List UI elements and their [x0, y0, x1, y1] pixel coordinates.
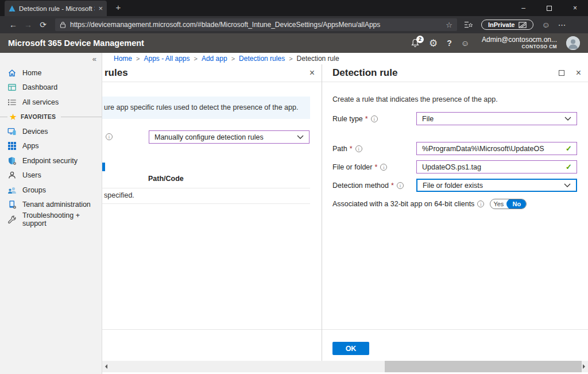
blade-description: Create a rule that indicates the presenc…: [332, 95, 498, 103]
account-info[interactable]: Admin@contosocm.on... CONTOSO CM: [482, 36, 557, 50]
content: « Home Dashboard: [0, 53, 588, 374]
file-or-folder-row: File or folder * i UpdateOS.ps1.tag ✓: [332, 160, 578, 173]
breadcrumb-separator: >: [289, 55, 292, 62]
close-icon[interactable]: ×: [310, 68, 315, 78]
info-banner-text: ure app specific rules used to detect th…: [104, 103, 298, 111]
settings-gear-icon[interactable]: ⚙: [429, 37, 438, 49]
window-close-button[interactable]: ×: [562, 0, 588, 16]
portal-title: Microsoft 365 Device Management: [8, 38, 144, 48]
maximize-icon[interactable]: [559, 70, 564, 76]
tab-close-icon[interactable]: ×: [98, 5, 103, 12]
favorite-star-icon[interactable]: ☆: [446, 21, 452, 29]
sidebar-favorites-divider: ★ FAVORITES: [0, 110, 102, 125]
info-icon: i: [397, 182, 404, 189]
add-button-fragment[interactable]: [102, 163, 105, 171]
footer-divider: [102, 329, 322, 330]
close-icon[interactable]: ×: [576, 68, 581, 78]
maximize-icon: [547, 6, 552, 11]
breadcrumb-link[interactable]: Apps - All apps: [144, 55, 189, 63]
toggle-yes-option[interactable]: Yes: [490, 201, 506, 207]
toggle-no-option[interactable]: No: [506, 199, 527, 209]
portal-header-actions: 2 ⚙ ? ☺ Admin@contosocm.on... CONTOSO CM: [411, 36, 580, 50]
devices-icon: [7, 127, 17, 136]
info-icon: i: [380, 164, 387, 171]
sidebar-item-endpoint-security[interactable]: Endpoint security: [0, 153, 102, 168]
info-banner: ure app specific rules used to detect th…: [102, 97, 310, 119]
sidebar-item-troubleshooting[interactable]: Troubleshooting + support: [0, 212, 102, 227]
file-or-folder-label: File or folder * i: [332, 163, 416, 171]
rule-type-label: Rule type * i: [332, 115, 416, 123]
path-input[interactable]: %ProgramData%\Microsoft\UpdateOS ✓: [416, 142, 577, 155]
feedback-icon[interactable]: ☺: [461, 38, 469, 48]
sidebar-item-dashboard[interactable]: Dashboard: [0, 80, 102, 95]
sidebar-collapse-icon[interactable]: «: [92, 55, 96, 63]
sidebar-item-users[interactable]: Users: [0, 168, 102, 183]
sidebar-item-groups[interactable]: Groups: [0, 183, 102, 198]
breadcrumb-separator: >: [231, 55, 235, 62]
breadcrumb-link[interactable]: Detection rules: [239, 55, 285, 63]
window-maximize-button[interactable]: [536, 0, 562, 16]
chevron-down-icon: [297, 135, 304, 139]
sidebar-item-label: Tenant administration: [22, 201, 91, 209]
info-icon: i: [106, 133, 113, 140]
info-icon: i: [371, 115, 378, 122]
browser-menu-icon[interactable]: ⋯: [558, 20, 567, 29]
help-icon[interactable]: ?: [447, 38, 452, 48]
forward-icon[interactable]: →: [21, 20, 36, 29]
lock-icon: [60, 21, 66, 28]
assoc-32bit-toggle[interactable]: Yes No: [490, 199, 527, 209]
divider-line: [0, 117, 7, 117]
breadcrumb-link[interactable]: Home: [114, 55, 132, 63]
inprivate-icon: [519, 22, 527, 28]
favorites-star-icon: ★: [10, 113, 17, 121]
assoc-32bit-label: Associated with a 32-bit app on 64-bit c…: [332, 200, 484, 208]
avatar[interactable]: [566, 36, 580, 50]
sidebar-item-label: Users: [22, 171, 41, 179]
notifications-button[interactable]: 2: [411, 38, 420, 48]
refresh-icon[interactable]: ⟳: [36, 20, 51, 29]
sidebar-item-apps[interactable]: Apps: [0, 139, 102, 154]
new-tab-button[interactable]: +: [113, 2, 124, 12]
detection-rules-blade-body: ure app specific rules used to detect th…: [102, 82, 322, 361]
sidebar-item-tenant-administration[interactable]: Tenant administration: [0, 198, 102, 213]
window-minimize-button[interactable]: –: [510, 0, 536, 16]
breadcrumb-separator: >: [194, 55, 198, 62]
inprivate-badge: InPrivate: [481, 20, 533, 30]
scroll-right-arrow[interactable]: [583, 364, 585, 369]
rules-format-dropdown[interactable]: Manually configure detection rules: [149, 130, 310, 144]
dashboard-icon: [7, 83, 17, 92]
sidebar-item-label: Endpoint security: [22, 157, 78, 165]
detection-method-dropdown[interactable]: File or folder exists: [416, 179, 577, 192]
horizontal-scrollbar[interactable]: [102, 361, 588, 372]
account-tenant: CONTOSO CM: [482, 44, 557, 50]
rule-type-dropdown[interactable]: File: [416, 112, 577, 125]
window-controls: – ×: [510, 0, 588, 16]
sidebar-item-home[interactable]: Home: [0, 65, 102, 80]
browser-navbar: ← → ⟳ https://devicemanagement.microsoft…: [0, 16, 588, 33]
address-bar[interactable]: https://devicemanagement.microsoft.com/#…: [55, 18, 457, 31]
empty-rules-text: specified.: [104, 191, 134, 199]
back-icon[interactable]: ←: [6, 20, 21, 29]
avatar-person-icon: [566, 36, 580, 50]
main-area: Home > Apps - All apps > Add app > Detec…: [102, 53, 588, 374]
favorites-bar-icon[interactable]: [464, 21, 473, 29]
sidebar-item-label: Devices: [22, 128, 48, 136]
required-marker: *: [374, 163, 377, 171]
scroll-left-arrow[interactable]: [105, 364, 107, 369]
ok-button[interactable]: OK: [332, 342, 369, 355]
required-marker: *: [391, 182, 394, 190]
groups-icon: [7, 186, 17, 195]
notification-count-badge: 2: [416, 36, 424, 43]
column-header-path-code: Path/Code: [148, 175, 184, 183]
file-or-folder-input[interactable]: UpdateOS.ps1.tag ✓: [416, 160, 577, 173]
browser-tab[interactable]: Detection rule - Microsoft 365 D ×: [5, 1, 107, 16]
detection-rule-blade: Detection rule × Create a rule that indi…: [322, 64, 588, 361]
sidebar-item-label: Dashboard: [22, 83, 57, 91]
scrollbar-thumb[interactable]: [385, 361, 582, 372]
breadcrumb-link[interactable]: Add app: [202, 55, 227, 63]
path-label: Path * i: [332, 145, 416, 153]
feedback-smiley-icon[interactable]: ☺: [541, 20, 550, 29]
sidebar-item-all-services[interactable]: All services: [0, 95, 102, 110]
url-text[interactable]: https://devicemanagement.microsoft.com/#…: [70, 21, 442, 29]
sidebar-item-devices[interactable]: Devices: [0, 124, 102, 139]
